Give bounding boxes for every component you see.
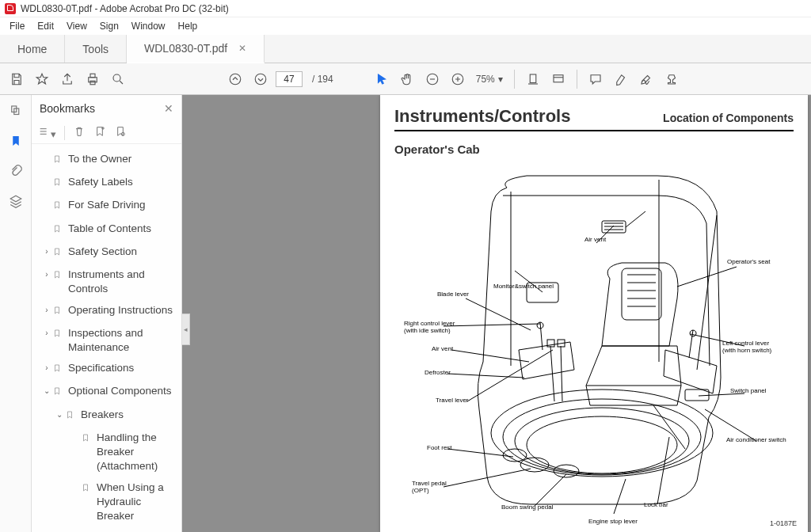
- bookmark-item[interactable]: ›Inspections and Maintenance: [35, 323, 181, 358]
- close-icon[interactable]: ✕: [238, 43, 246, 54]
- comment-icon[interactable]: [585, 69, 606, 89]
- expand-arrow-icon[interactable]: ›: [41, 303, 52, 316]
- tab-home[interactable]: Home: [0, 35, 65, 63]
- menu-sign[interactable]: Sign: [93, 21, 125, 32]
- section-title: Operator's Cab: [394, 142, 794, 156]
- attachments-rail-icon[interactable]: [8, 163, 24, 179]
- thumbnails-rail-icon[interactable]: [8, 103, 24, 119]
- expand-arrow-icon: [41, 198, 52, 200]
- menu-edit[interactable]: Edit: [31, 21, 60, 32]
- svg-point-4: [230, 74, 241, 85]
- fit-width-icon[interactable]: [523, 69, 543, 89]
- bookmarks-rail-icon[interactable]: [8, 133, 24, 149]
- bookmark-item[interactable]: To the Owner: [35, 149, 181, 172]
- bookmark-label: For Safe Driving: [68, 198, 178, 212]
- bookmark-item[interactable]: For Safe Driving: [35, 195, 181, 218]
- close-panel-icon[interactable]: ✕: [164, 102, 173, 115]
- new-bookmark-icon[interactable]: [93, 125, 106, 140]
- bookmark-item[interactable]: ⌄Optional Components: [35, 381, 181, 404]
- callout-boom-swing: Boom swing pedal: [501, 504, 553, 511]
- page-up-icon[interactable]: [225, 69, 246, 89]
- expand-arrow-icon[interactable]: ⌄: [41, 384, 52, 397]
- save-icon[interactable]: [6, 69, 27, 89]
- callout-air-vent-low: Air vent: [432, 346, 453, 353]
- sign-icon[interactable]: [636, 69, 657, 89]
- document-viewport[interactable]: ◂ Instruments/Controls Location of Compo…: [182, 95, 811, 532]
- hand-pan-icon[interactable]: [397, 69, 417, 89]
- page-down-icon[interactable]: [250, 69, 271, 89]
- bookmark-item[interactable]: ›Operating Instructions: [35, 300, 181, 323]
- highlight-icon[interactable]: [611, 69, 631, 89]
- expand-arrow-icon[interactable]: ›: [41, 361, 52, 374]
- expand-arrow-icon[interactable]: ›: [41, 268, 52, 280]
- zoom-select[interactable]: 75%▾: [473, 74, 506, 85]
- tab-document[interactable]: WDL0830-0T.pdf ✕: [127, 35, 265, 63]
- delete-bookmark-icon[interactable]: [73, 125, 86, 140]
- svg-point-17: [527, 416, 677, 473]
- print-icon[interactable]: [82, 69, 103, 89]
- stamp-icon[interactable]: [661, 69, 682, 89]
- bookmark-item[interactable]: Handling the Breaker (Attachment): [35, 428, 181, 477]
- collapse-sidebar-handle[interactable]: ◂: [182, 314, 190, 345]
- bookmark-icon: [52, 198, 63, 215]
- window-titlebar: WDL0830-0T.pdf - Adobe Acrobat Pro DC (3…: [0, 0, 811, 17]
- zoom-out-icon[interactable]: [422, 69, 443, 89]
- search-icon[interactable]: [108, 69, 128, 89]
- cab-diagram: Air vent Operator's seat Monitor&switch …: [404, 164, 784, 532]
- menu-view[interactable]: View: [60, 21, 93, 32]
- find-bookmark-icon[interactable]: [114, 125, 127, 140]
- main-toolbar: 47 / 194 75%▾: [0, 63, 811, 95]
- expand-arrow-icon: [41, 175, 52, 177]
- bookmark-item[interactable]: When Using a Hydraulic Breaker: [35, 477, 181, 527]
- selection-arrow-icon[interactable]: [371, 69, 392, 89]
- callout-air-vent-top: Air vent: [584, 237, 606, 244]
- expand-arrow-icon[interactable]: ›: [41, 245, 52, 257]
- document-tabbar: Home Tools WDL0830-0T.pdf ✕: [0, 35, 811, 63]
- bookmark-icon: [65, 408, 76, 424]
- bookmark-label: Safety Section: [68, 245, 178, 259]
- expand-arrow-icon: [70, 481, 81, 482]
- layers-rail-icon[interactable]: [8, 193, 24, 209]
- bookmark-label: Inspections and Maintenance: [68, 326, 178, 355]
- acrobat-icon: [5, 3, 16, 14]
- star-icon[interactable]: [32, 69, 52, 89]
- svg-point-3: [113, 74, 120, 82]
- callout-travel-lever: Travel lever: [436, 397, 469, 405]
- callout-operators-seat: Operator's seat: [727, 259, 770, 266]
- menu-file[interactable]: File: [3, 21, 31, 32]
- bookmark-item[interactable]: ⌄Breakers: [35, 405, 181, 428]
- zoom-in-icon[interactable]: [447, 69, 468, 89]
- bookmark-label: Instruments and Controls: [68, 268, 178, 296]
- expand-arrow-icon[interactable]: ›: [41, 326, 52, 339]
- bookmarks-toolbar: ▾: [32, 122, 181, 144]
- svg-rect-9: [554, 74, 563, 82]
- callout-foot-rest: Foot rest: [427, 445, 452, 452]
- callout-engine-stop: Engine stop lever: [588, 519, 638, 526]
- expand-arrow-icon[interactable]: ⌄: [54, 408, 65, 420]
- bookmark-icon: [52, 361, 63, 378]
- bookmark-item[interactable]: Table of Contents: [35, 218, 181, 241]
- page-display-icon[interactable]: [548, 69, 569, 89]
- tab-tools[interactable]: Tools: [65, 35, 127, 63]
- menu-window[interactable]: Window: [125, 21, 172, 32]
- svg-rect-1: [90, 74, 95, 78]
- bookmark-item[interactable]: ›Specifications: [35, 358, 181, 381]
- bookmark-label: Breakers: [81, 408, 178, 422]
- svg-point-16: [515, 408, 689, 474]
- bookmark-item[interactable]: ›Safety Section: [35, 241, 181, 264]
- bookmark-icon: [52, 384, 63, 401]
- bookmark-item[interactable]: Safety Labels: [35, 172, 181, 195]
- share-icon[interactable]: [57, 69, 78, 89]
- callout-travel-pedal: Travel pedal (OPT): [412, 481, 447, 495]
- menu-help[interactable]: Help: [172, 21, 204, 32]
- callout-left-control-lever: Left control lever (with horn switch): [722, 340, 771, 355]
- bookmarks-panel: Bookmarks ✕ ▾ To the OwnerSafety LabelsF…: [32, 95, 182, 532]
- bookmark-icon: [52, 245, 63, 261]
- bookmark-options-icon[interactable]: ▾: [38, 125, 56, 140]
- page-number-input[interactable]: 47: [276, 71, 303, 87]
- bookmark-item[interactable]: Operating the breaker: [35, 526, 181, 532]
- expand-arrow-icon: [70, 530, 81, 531]
- bookmark-item[interactable]: ›Instruments and Controls: [35, 264, 181, 299]
- expand-arrow-icon: [41, 222, 52, 223]
- chevron-down-icon: ▾: [498, 74, 503, 85]
